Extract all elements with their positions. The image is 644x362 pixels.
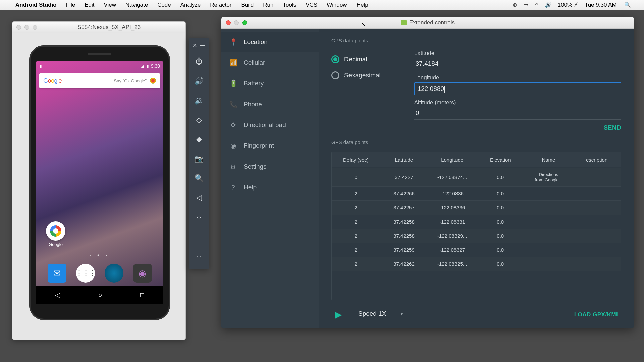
app-drawer-icon[interactable]: ⋮⋮⋮	[76, 264, 95, 283]
back-icon[interactable]: ◁	[189, 188, 209, 207]
battery-status[interactable]: 100% ⚡︎	[555, 1, 581, 8]
mic-icon[interactable]	[150, 78, 156, 84]
radio-decimal[interactable]: Decimal	[331, 55, 381, 63]
table-row[interactable]: 237.42258-122.08329...0.0	[332, 229, 621, 243]
menu-refactor[interactable]: Refactor	[205, 2, 236, 8]
rotate-right-icon[interactable]: ◆	[189, 130, 209, 149]
table-row[interactable]: 237.42259-122.083270.0	[332, 243, 621, 257]
send-button[interactable]: SEND	[604, 124, 621, 131]
nav-item-fingerprint[interactable]: ◉Fingerprint	[221, 135, 319, 156]
camera-icon[interactable]: ◉	[133, 264, 152, 283]
back-button[interactable]: ◁	[55, 291, 60, 299]
emulator-titlebar[interactable]: 5554:Nexus_5X_API_23	[12, 22, 185, 33]
column-header[interactable]: Delay (sec)	[332, 152, 380, 168]
menu-navigate[interactable]: Navigate	[121, 2, 153, 8]
nav-item-location[interactable]: 📍Location	[221, 32, 319, 52]
cast-icon[interactable]: ⎚	[510, 2, 520, 8]
minimize-emulator-icon[interactable]: —	[200, 42, 205, 49]
nav-item-help[interactable]: ?Help	[221, 177, 319, 198]
column-header[interactable]: Name	[525, 152, 573, 168]
airplay-icon[interactable]: ▭	[520, 2, 532, 8]
menu-help[interactable]: Help	[352, 2, 373, 8]
menu-run[interactable]: Run	[258, 2, 278, 8]
zoom-icon[interactable]	[242, 20, 247, 25]
emulator-toolbar: ✕ — ⏻ 🔊 🔉 ◇ ◆ 📷 🔍 ◁ ○ □ ⋯	[189, 38, 209, 269]
close-icon[interactable]	[226, 20, 231, 25]
volume-up-icon[interactable]: 🔊	[189, 71, 209, 91]
latitude-input[interactable]: 37.4184	[414, 58, 621, 70]
minimize-icon[interactable]	[234, 20, 239, 25]
latitude-field: Latitude 37.4184	[414, 50, 621, 70]
device-screen[interactable]: ▮ ◢ ▮ 9:30 Google Say "Ok Google" Google…	[36, 61, 163, 304]
recents-button[interactable]: □	[140, 291, 144, 299]
latitude-label: Latitude	[414, 50, 435, 56]
volume-down-icon[interactable]: 🔉	[189, 91, 209, 110]
menu-view[interactable]: View	[99, 2, 121, 8]
altitude-field: Altitude (meters) 0	[414, 99, 621, 120]
table-row[interactable]: 237.42257-122.083360.0	[332, 201, 621, 215]
minimize-icon[interactable]	[24, 25, 29, 30]
power-icon[interactable]: ⏻	[189, 52, 209, 71]
traffic-lights[interactable]	[16, 25, 37, 30]
table-row[interactable]: 237.42258-122.083310.0	[332, 215, 621, 229]
app-name[interactable]: Android Studio	[11, 2, 61, 8]
spotlight-icon[interactable]: 🔍	[621, 2, 634, 8]
column-header[interactable]: escription	[573, 152, 621, 168]
hotseat: 📞 ✉ ⋮⋮⋮ ◉	[36, 264, 163, 283]
close-emulator-icon[interactable]: ✕	[193, 42, 197, 49]
messages-icon[interactable]: ✉	[48, 264, 66, 283]
google-search-bar[interactable]: Google Say "Ok Google"	[39, 73, 160, 88]
table-row[interactable]: 237.42262-122.08325...0.0	[332, 257, 621, 271]
extended-controls-nav: 📍Location📶Cellular🔋Battery📞Phone✥Directi…	[221, 29, 319, 328]
overview-icon[interactable]: □	[189, 227, 209, 246]
load-gpx-button[interactable]: LOAD GPX/KML	[574, 311, 620, 318]
nav-item-settings[interactable]: ⚙Settings	[221, 156, 319, 177]
menu-window[interactable]: Window	[322, 2, 352, 8]
emulator-window: 5554:Nexus_5X_API_23 ▮ ◢ ▮ 9:30 Google S…	[12, 21, 186, 340]
altitude-input[interactable]: 0	[414, 107, 621, 120]
radio-sexagesimal[interactable]: Sexagesimal	[331, 71, 381, 79]
menu-build[interactable]: Build	[236, 2, 259, 8]
play-button[interactable]: ▶	[333, 309, 342, 320]
column-header[interactable]: Longitude	[428, 152, 476, 168]
clock[interactable]: Tue 9:30 AM	[581, 2, 621, 8]
column-header[interactable]: Elevation	[476, 152, 525, 168]
speed-select[interactable]: Speed 1X▼	[356, 309, 407, 320]
settings-icon: ⚙	[229, 163, 237, 171]
notification-icon: ▮	[39, 63, 42, 69]
longitude-input[interactable]: 122.0880	[414, 82, 621, 95]
table-row[interactable]: 237.42266-122.08360.0	[332, 187, 621, 201]
google-folder[interactable]: Google	[46, 221, 65, 247]
notifications-icon[interactable]: ≡	[634, 2, 644, 8]
rotate-left-icon[interactable]: ◇	[189, 110, 209, 130]
table-row[interactable]: 037.4227-122.08374...0.0Directionsfrom G…	[332, 168, 621, 187]
menu-vcs[interactable]: VCS	[301, 2, 322, 8]
menu-analyze[interactable]: Analyze	[176, 2, 205, 8]
browser-icon[interactable]	[105, 264, 123, 283]
menu-file[interactable]: File	[61, 2, 80, 8]
menu-tools[interactable]: Tools	[278, 2, 301, 8]
wifi-icon[interactable]: ⌔	[532, 2, 542, 8]
zoom-icon[interactable]	[33, 25, 37, 30]
nav-item-battery[interactable]: 🔋Battery	[221, 73, 319, 94]
android-navbar: ◁ ○ □	[36, 286, 163, 304]
battery-icon: 🔋	[229, 79, 237, 87]
emulator-title: 5554:Nexus_5X_API_23	[37, 24, 181, 31]
nav-item-phone[interactable]: 📞Phone	[221, 94, 319, 115]
extended-controls-titlebar[interactable]: Extended controls	[221, 17, 634, 29]
menu-edit[interactable]: Edit	[80, 2, 99, 8]
more-icon[interactable]: ⋯	[189, 246, 209, 266]
screenshot-icon[interactable]: 📷	[189, 149, 209, 169]
column-header[interactable]: Latitude	[380, 152, 428, 168]
home-button[interactable]: ○	[98, 291, 102, 299]
zoom-icon[interactable]: 🔍	[189, 169, 209, 188]
volume-icon[interactable]: 🔊	[542, 2, 555, 8]
directional-pad-icon: ✥	[229, 121, 237, 129]
close-icon[interactable]	[16, 25, 21, 30]
android-icon	[401, 20, 407, 25]
nav-item-directional-pad[interactable]: ✥Directional pad	[221, 115, 319, 135]
nav-item-label: Phone	[244, 101, 262, 108]
menu-code[interactable]: Code	[153, 2, 176, 8]
nav-item-cellular[interactable]: 📶Cellular	[221, 52, 319, 73]
home-icon[interactable]: ○	[189, 207, 209, 227]
